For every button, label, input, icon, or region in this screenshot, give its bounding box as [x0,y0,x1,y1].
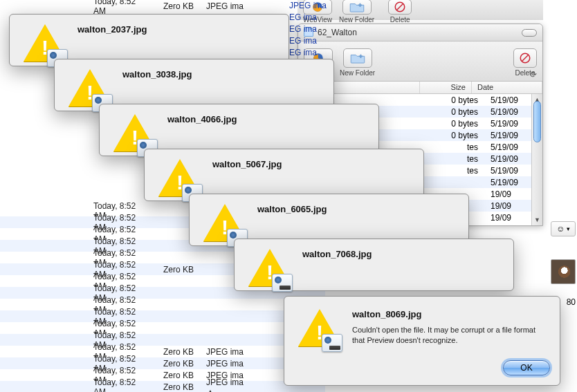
cell-size: Zero KB [138,382,194,392]
ok-button[interactable]: OK [503,360,550,375]
cell-date: Today, 8:52 AM [0,377,138,393]
newfolder-tool-2[interactable]: New Folder [340,48,375,77]
col-size[interactable]: Size [420,82,472,93]
kind-fragment-line: EG ima [289,47,327,59]
finder-toolbar: WebView New Folder Delete ⟳ [298,41,542,82]
cell-kind: JPEG ima ▲ [194,377,249,393]
toolbar-pill-button[interactable] [522,29,537,37]
cell-size: 0 bytes [432,107,484,117]
svg-line-2 [397,4,403,10]
cell-kind: JPEG ima [194,347,249,357]
smiley-icon: ☺ [556,224,565,234]
cell-size: Zero KB [138,265,194,274]
scroll-thumb[interactable] [533,101,541,142]
dialog-filename: walton_5067.jpg [212,159,411,169]
cell-size: Zero KB [138,347,194,357]
kind-fragment: JPEG imaEG imaEG imaEG imaEG ima [289,0,327,59]
cell-size: Zero KB [138,371,194,380]
upper-toolbar-fragment: WebView New Folder Delete [297,0,543,20]
warning-icon [248,249,291,289]
cell-size: Zero KB [138,1,194,11]
dialog-filename: walton_3038.jpg [122,69,321,80]
list-row[interactable]: Today, 8:52 AMZero KBJPEG ima ▲ [0,381,325,392]
dialog-message: Couldn't open the file. It may be corrup… [352,325,547,346]
error-dialog-front: walton_8069.jpg Couldn't open the file. … [284,296,560,386]
newfolder-label: New Folder [339,16,374,24]
col-date[interactable]: Date [472,82,542,93]
cell-size: tes [432,154,484,164]
vertical-scrollbar[interactable]: ▲ ▼ [531,94,542,225]
dialog-filename: walton_2037.jpg [77,24,276,35]
cell-size: tes [432,166,484,176]
dialog-filename: walton_7068.jpg [302,249,501,259]
image-thumbnail[interactable] [551,259,576,284]
dialog-filename: walton_8069.jpg [352,309,547,319]
error-dialog: walton_7068.jpg [234,239,514,291]
list-row[interactable]: Today, 8:52 AM Zero KB JPEG ima [0,0,291,12]
cell-size: Zero KB [138,359,194,368]
kind-fragment-line: EG ima [289,35,327,47]
background-file-list: Today, 8:52 AM Zero KB JPEG ima Today, 8… [0,0,291,12]
column-headers[interactable]: Size Date [298,82,542,94]
kind-fragment-line: EG ima [289,12,327,24]
svg-line-5 [522,55,529,61]
kind-fragment-line: EG ima [289,24,327,35]
partial-text: 80 [567,297,576,307]
warning-icon [298,309,341,349]
kind-fragment-line: JPEG ima [289,0,327,12]
scroll-down-arrow[interactable]: ▼ [532,214,542,225]
newfolder-tool[interactable]: New Folder [339,0,374,24]
delete-icon [394,1,406,13]
dialog-filename: walton_6065.jpg [257,204,456,214]
delete-icon [519,52,531,64]
preview-app-icon [322,334,342,352]
window-titlebar[interactable]: 62_Walton [298,24,542,41]
newfolder-label-2: New Folder [340,69,375,77]
cell-size: 0 bytes [432,131,484,140]
delete-tool[interactable]: Delete [388,0,412,24]
new-folder-icon [349,1,365,12]
cell-size: tes [432,142,484,152]
dialog-filename: walton_4066.jpg [167,114,366,124]
cell-size: 0 bytes [432,95,484,105]
cell-size: 0 bytes [432,119,484,129]
delete-label: Delete [390,16,410,24]
cell-kind: JPEG ima [194,1,249,11]
preview-app-icon [272,274,293,292]
emoji-picker-button[interactable]: ☺▾ [551,221,576,236]
new-folder-icon [350,53,365,64]
cell-kind: JPEG ima [194,359,249,368]
refresh-icon[interactable]: ⟳ [530,70,537,80]
